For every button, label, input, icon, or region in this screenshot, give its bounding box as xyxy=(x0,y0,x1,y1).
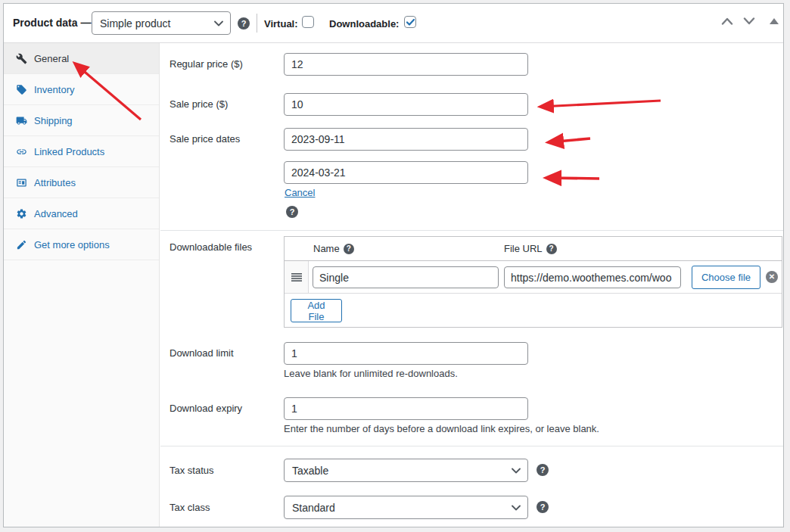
help-icon[interactable]: ? xyxy=(286,206,298,218)
header-divider xyxy=(257,14,257,33)
tab-panel-general: Regular price ($) Sale price ($) Sale pr… xyxy=(160,43,783,527)
tab-general[interactable]: General xyxy=(4,43,159,74)
regular-price-label: Regular price ($) xyxy=(170,58,243,70)
download-expiry-label: Download expiry xyxy=(170,403,242,414)
tab-label: Inventory xyxy=(34,84,74,95)
virtual-label: Virtual: xyxy=(264,18,298,30)
help-icon[interactable]: ? xyxy=(537,501,549,513)
help-icon[interactable]: ? xyxy=(238,17,250,30)
truck-icon xyxy=(16,115,27,126)
help-icon[interactable]: ? xyxy=(546,244,557,254)
delete-file-icon[interactable]: ✕ xyxy=(766,271,778,283)
panel-header: Product data — Simple product ? Virtual:… xyxy=(4,4,783,43)
tab-label: Advanced xyxy=(34,208,78,219)
tab-shipping[interactable]: Shipping xyxy=(4,105,159,136)
tab-advanced[interactable]: Advanced xyxy=(4,198,159,229)
help-icon[interactable]: ? xyxy=(537,464,549,476)
drag-handle-icon xyxy=(291,273,302,282)
section-divider xyxy=(160,446,783,446)
gear-icon xyxy=(16,208,27,219)
file-name-input[interactable] xyxy=(313,266,499,288)
help-icon[interactable]: ? xyxy=(344,244,354,254)
move-down-icon[interactable] xyxy=(743,17,755,25)
sale-price-dates-label: Sale price dates xyxy=(170,133,240,145)
tab-label: Linked Products xyxy=(34,146,104,157)
name-column-header: Name xyxy=(313,243,340,254)
check-icon xyxy=(406,19,415,26)
file-row: Choose file ✕ xyxy=(285,261,782,294)
tab-get-more-options[interactable]: Get more options xyxy=(4,229,159,260)
product-type-select[interactable]: Simple product xyxy=(92,11,231,35)
downloadable-checkbox[interactable] xyxy=(404,16,416,28)
tab-linked-products[interactable]: Linked Products xyxy=(4,136,159,167)
cancel-sale-dates-link[interactable]: Cancel xyxy=(285,187,315,198)
download-expiry-input[interactable] xyxy=(284,397,528,420)
wrench-icon xyxy=(16,53,27,64)
regular-price-input[interactable] xyxy=(284,53,528,76)
chevron-down-icon xyxy=(214,20,223,26)
file-url-column-header: File URL xyxy=(504,243,543,254)
choose-file-button[interactable]: Choose file xyxy=(692,266,760,289)
tab-label: Shipping xyxy=(34,115,73,126)
downloadable-files-label: Downloadable files xyxy=(170,241,252,253)
product-type-value: Simple product xyxy=(100,17,170,30)
download-limit-help-text: Leave blank for unlimited re-downloads. xyxy=(284,368,458,379)
downloadable-label: Downloadable: xyxy=(329,18,399,30)
tax-status-select[interactable]: Taxable xyxy=(284,459,528,482)
tax-class-label: Tax class xyxy=(170,502,210,513)
panel-title: Product data — xyxy=(13,17,91,29)
downloadable-files-table: Name ? File URL ? Choose file ✕ Add File xyxy=(284,236,782,328)
tab-label: General xyxy=(34,53,69,64)
virtual-checkbox[interactable] xyxy=(302,16,314,28)
move-up-icon[interactable] xyxy=(721,17,733,25)
download-limit-label: Download limit xyxy=(170,347,234,359)
tab-label: Get more options xyxy=(34,239,110,250)
download-limit-input[interactable] xyxy=(284,342,528,365)
download-expiry-help-text: Enter the number of days before a downlo… xyxy=(284,423,599,434)
tax-status-label: Tax status xyxy=(170,465,214,476)
tab-label: Attributes xyxy=(34,177,76,188)
product-data-panel: Product data — Simple product ? Virtual:… xyxy=(3,3,784,527)
tab-attributes[interactable]: Attributes xyxy=(4,167,159,198)
chevron-down-icon xyxy=(512,468,521,474)
add-file-button[interactable]: Add File xyxy=(291,299,342,322)
sale-price-label: Sale price ($) xyxy=(170,98,228,110)
tab-inventory[interactable]: Inventory xyxy=(4,74,159,105)
files-table-header: Name ? File URL ? xyxy=(285,237,782,261)
tax-class-select[interactable]: Standard xyxy=(284,496,528,519)
chevron-down-icon xyxy=(512,505,521,511)
tax-status-value: Taxable xyxy=(292,465,328,477)
sale-date-to-input[interactable] xyxy=(284,161,528,184)
collapse-toggle-icon[interactable] xyxy=(770,18,779,24)
drag-handle[interactable] xyxy=(285,261,309,293)
index-card-icon xyxy=(16,177,27,188)
pencil-icon xyxy=(16,239,27,250)
tax-class-value: Standard xyxy=(292,502,335,514)
product-data-tabs: General Inventory Shipping Linked Produc… xyxy=(4,43,160,527)
link-icon xyxy=(16,146,27,157)
sale-date-from-input[interactable] xyxy=(284,128,528,151)
section-divider xyxy=(160,230,783,231)
file-url-input[interactable] xyxy=(504,266,681,288)
tag-icon xyxy=(16,84,27,95)
sale-price-input[interactable] xyxy=(284,93,528,116)
